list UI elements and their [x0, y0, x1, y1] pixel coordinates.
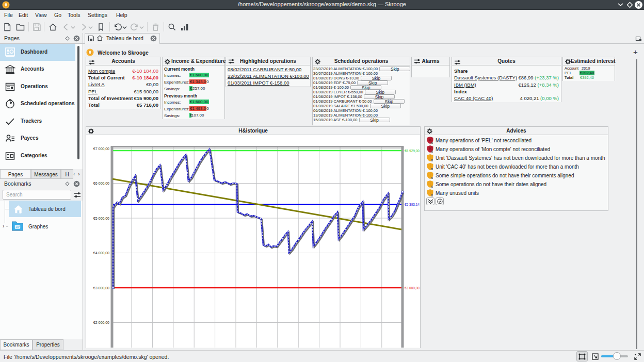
- svg-text:€2 000,00: €2 000,00: [93, 321, 109, 324]
- svg-text:€6 000,00: €6 000,00: [93, 182, 109, 185]
- svg-text:€6 929,00: €6 929,00: [405, 149, 420, 153]
- svg-text:€3 000,00: €3 000,00: [93, 286, 109, 290]
- svg-text:€4 000,00: €4 000,00: [93, 251, 109, 255]
- svg-text:€5 000,00: €5 000,00: [93, 217, 109, 220]
- svg-text:€7 000,00: €7 000,00: [93, 147, 109, 151]
- svg-text:€5 393,14: €5 393,14: [405, 203, 420, 206]
- svg-text:€3 000,00: €3 000,00: [405, 286, 420, 290]
